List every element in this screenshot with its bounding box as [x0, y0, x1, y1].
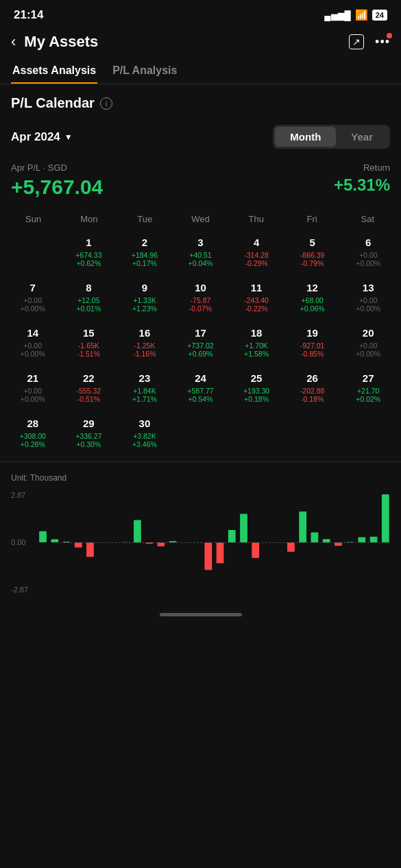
calendar-cell[interactable]: 19-927.01-0.85% [285, 322, 340, 365]
calendar-cell[interactable]: 20+0.00+0.00% [341, 322, 396, 365]
calendar-cell[interactable]: 9+1.33K+1.23% [117, 276, 172, 320]
cal-date: 30 [139, 418, 151, 429]
calendar-cell[interactable]: 13+0.00+0.00% [341, 276, 396, 320]
cal-amount: -866.39 [300, 251, 325, 259]
calendar-cell[interactable]: 18+1.70K+1.58% [229, 322, 284, 365]
cal-amount: -1.25K [134, 341, 155, 350]
cal-pct: +0.01% [76, 304, 101, 313]
cal-pct: -0.51% [77, 395, 100, 403]
cal-pct: -0.18% [301, 395, 324, 403]
calendar-cell[interactable]: 2+184.96+0.17% [117, 231, 172, 275]
tab-assets-analysis[interactable]: Assets Analysis [11, 59, 97, 84]
cal-pct: +0.00% [356, 350, 380, 358]
cal-date: 6 [365, 237, 371, 248]
cal-pct: +3.46% [132, 440, 157, 448]
cal-date: 14 [27, 327, 38, 339]
calendar-cell[interactable]: 21+0.00+0.00% [5, 367, 60, 411]
calendar: Sun Mon Tue Wed Thu Fri Sat 1+674.33+0.6… [0, 210, 401, 456]
calendar-cell[interactable]: 7+0.00+0.00% [5, 276, 60, 320]
export-icon[interactable]: ↗ [349, 34, 364, 49]
header-sat: Sat [340, 210, 396, 228]
calendar-header: Sun Mon Tue Wed Thu Fri Sat [5, 210, 396, 228]
svg-rect-21 [358, 537, 365, 542]
cal-pct: -0.22% [245, 304, 267, 313]
calendar-cell[interactable]: 29+336.27+0.30% [62, 412, 117, 456]
calendar-cell[interactable]: 17+737.02+0.69% [173, 322, 228, 365]
calendar-cell[interactable]: 25+193.30+0.18% [229, 367, 284, 411]
calendar-cell[interactable]: 3+40.51+0.04% [173, 231, 228, 275]
svg-rect-0 [39, 531, 47, 542]
cal-pct: +0.18% [244, 395, 269, 403]
cal-date: 9 [142, 282, 147, 293]
more-button-wrapper: ••• [375, 35, 390, 49]
cal-date: 27 [363, 372, 374, 384]
calendar-cell[interactable]: 1+674.33+0.62% [62, 231, 117, 275]
calendar-cell[interactable]: 30+3.82K+3.46% [117, 412, 172, 456]
calendar-cell[interactable]: 5-866.39-0.79% [285, 231, 340, 275]
calendar-cell[interactable]: 16-1.25K-1.16% [117, 322, 172, 365]
calendar-cell[interactable]: 6+0.00+0.00% [341, 231, 396, 275]
cal-amount: +0.00 [23, 341, 42, 350]
calendar-cell[interactable]: 14+0.00+0.00% [5, 322, 60, 365]
cal-amount: +587.77 [187, 387, 213, 395]
cal-date: 7 [30, 282, 36, 293]
calendar-cell[interactable]: 8+12.05+0.01% [62, 276, 117, 320]
y-label-bot: -2.87 [11, 586, 28, 594]
controls-row: Apr 2024 ▼ Month Year [0, 119, 401, 160]
back-button[interactable]: ‹ [11, 33, 16, 51]
section-title-row: P/L Calendar i [0, 90, 401, 119]
cal-amount: +68.00 [301, 296, 323, 304]
cal-amount: +1.70K [245, 341, 268, 350]
svg-rect-15 [287, 542, 295, 552]
header-sun: Sun [5, 210, 61, 228]
calendar-cell[interactable]: 12+68.00+0.06% [285, 276, 340, 320]
cal-pct: -1.16% [133, 350, 156, 358]
cal-pct: -0.85% [301, 350, 324, 358]
tab-bar: Assets Analysis P/L Analysis [0, 59, 401, 84]
chart-section: Unit: Thousand 2.87 0.00 -2.87 [0, 461, 401, 594]
svg-rect-22 [370, 537, 378, 542]
svg-rect-6 [134, 520, 141, 542]
calendar-cell[interactable]: 15-1.65K-1.51% [62, 322, 117, 365]
cal-amount: -243.40 [244, 296, 269, 304]
calendar-cell [173, 412, 228, 456]
svg-rect-23 [382, 494, 389, 542]
svg-rect-14 [252, 542, 259, 558]
cal-date: 3 [197, 237, 203, 248]
toggle-year[interactable]: Year [336, 127, 388, 147]
month-selector[interactable]: Apr 2024 ▼ [11, 130, 73, 144]
home-indicator [160, 613, 242, 616]
info-icon[interactable]: i [100, 97, 112, 110]
cal-amount: +737.02 [187, 341, 213, 350]
status-bar: 21:14 ▄▅▆█ 📶 24 [0, 0, 401, 27]
cal-date: 17 [195, 327, 206, 339]
chart-unit-label: Unit: Thousand [11, 473, 390, 483]
cal-amount: -1.65K [78, 341, 99, 350]
cal-amount: +184.96 [132, 251, 158, 259]
cal-amount: -927.01 [300, 341, 325, 350]
calendar-cell[interactable]: 10-75.87-0.07% [173, 276, 228, 320]
chart-bars [36, 491, 390, 594]
calendar-cell[interactable]: 27+21.70+0.02% [341, 367, 396, 411]
calendar-cell[interactable]: 4-314.28-0.29% [229, 231, 284, 275]
calendar-cell[interactable]: 22-555.32-0.51% [62, 367, 117, 411]
calendar-cell[interactable]: 24+587.77+0.54% [173, 367, 228, 411]
calendar-cell [285, 412, 340, 456]
toggle-month[interactable]: Month [275, 127, 336, 147]
calendar-cell[interactable]: 28+308.00+0.28% [5, 412, 60, 456]
cal-pct: +1.23% [132, 304, 157, 313]
tab-pl-analysis[interactable]: P/L Analysis [111, 59, 178, 84]
calendar-cell[interactable]: 11-243.40-0.22% [229, 276, 284, 320]
svg-rect-1 [51, 540, 58, 542]
month-label: Apr 2024 [11, 130, 60, 144]
cal-pct: +0.02% [356, 395, 380, 403]
calendar-cell[interactable]: 26-202.88-0.18% [285, 367, 340, 411]
cal-amount: +336.27 [75, 432, 101, 440]
svg-rect-16 [299, 511, 306, 542]
calendar-cell [341, 412, 396, 456]
cal-date: 23 [139, 372, 151, 384]
cal-amount: +21.70 [357, 387, 379, 395]
pl-right: Return +5.31% [334, 162, 390, 195]
cal-amount: +12.05 [77, 296, 99, 304]
calendar-cell[interactable]: 23+1.84K+1.71% [117, 367, 172, 411]
